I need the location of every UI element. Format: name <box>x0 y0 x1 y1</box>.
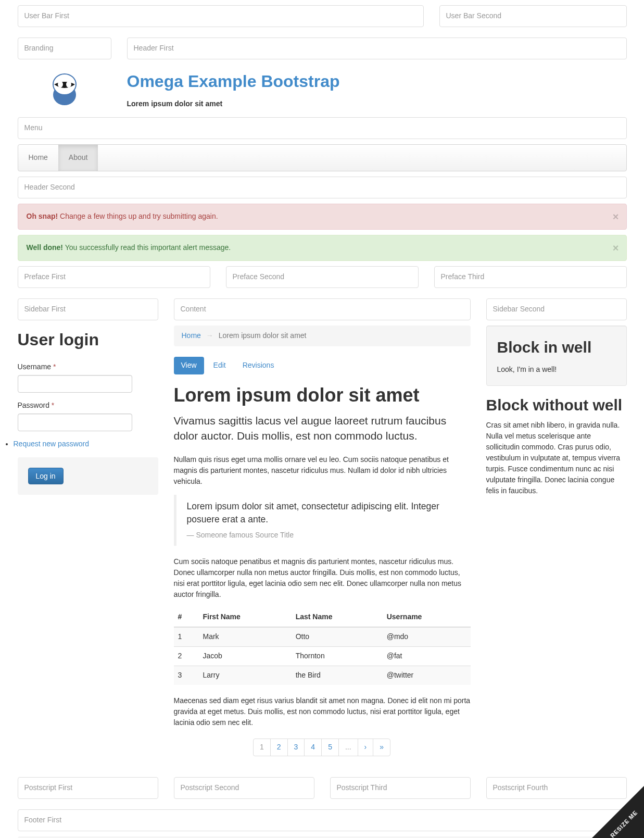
password-label: Password * <box>18 401 158 411</box>
breadcrumb-home[interactable]: Home <box>182 331 201 340</box>
region-user-bar-second: User Bar Second <box>439 5 627 27</box>
page-last[interactable]: » <box>373 739 390 756</box>
nav-home[interactable]: Home <box>18 145 58 171</box>
local-tabs: View Edit Revisions <box>174 357 471 374</box>
article-p2: Cum sociis natoque penatibus et magnis d… <box>174 556 471 600</box>
page-next[interactable]: › <box>358 739 374 756</box>
svg-point-2 <box>58 81 63 87</box>
breadcrumb-sep: → <box>206 331 213 340</box>
region-content: Content <box>174 298 471 320</box>
close-icon[interactable]: × <box>613 241 619 256</box>
alert-success-strong: Well done! <box>27 243 64 252</box>
site-slogan: Lorem ipsum dolor sit amet <box>127 99 627 109</box>
breadcrumb-current: Lorem ipsum dolor sit amet <box>219 331 307 340</box>
site-logo[interactable] <box>46 70 83 106</box>
region-preface-second: Preface Second <box>226 266 419 288</box>
page-dots: ... <box>338 739 358 756</box>
region-postscript-first: Postscript First <box>18 777 158 799</box>
region-menu: Menu <box>18 117 627 139</box>
th-first: First Name <box>198 608 291 627</box>
alert-error: Oh snap! Change a few things up and try … <box>18 204 627 230</box>
request-password-link[interactable]: Request new password <box>14 440 90 448</box>
table-row: 1 Mark Otto @mdo <box>174 627 471 646</box>
blockquote-cite: Someone famous Source Title <box>187 530 460 541</box>
region-footer-first: Footer First <box>18 809 627 831</box>
region-sidebar-second: Sidebar Second <box>486 298 627 320</box>
well-block-text: Look, I'm in a well! <box>497 365 616 375</box>
tab-revisions[interactable]: Revisions <box>235 357 282 374</box>
tab-edit[interactable]: Edit <box>206 357 233 374</box>
blockquote: Lorem ipsum dolor sit amet, consectetur … <box>174 495 471 546</box>
nav-about[interactable]: About <box>58 145 98 171</box>
region-preface-first: Preface First <box>18 266 210 288</box>
site-name-link[interactable]: Omega Example Bootstrap <box>127 70 340 94</box>
page-3[interactable]: 3 <box>287 739 305 756</box>
region-header-second: Header Second <box>18 177 627 198</box>
page-1: 1 <box>253 739 271 756</box>
region-user-bar-first: User Bar First <box>18 5 424 27</box>
th-num: # <box>174 608 199 627</box>
plain-block: Block without well Cras sit amet nibh li… <box>486 396 627 496</box>
data-table: # First Name Last Name Username 1 Mark O… <box>174 608 471 685</box>
well-block-title: Block in well <box>497 336 616 359</box>
main-nav: Home About <box>18 144 627 171</box>
breadcrumb: Home → Lorem ipsum dolor sit amet <box>174 326 471 346</box>
username-label: Username * <box>18 362 158 372</box>
article-p1: Nullam quis risus eget urna mollis ornar… <box>174 454 471 487</box>
region-postscript-third: Postscript Third <box>330 777 471 799</box>
blockquote-text: Lorem ipsum dolor sit amet, consectetur … <box>187 500 460 526</box>
alert-error-strong: Oh snap! <box>27 212 58 220</box>
svg-point-3 <box>66 81 71 87</box>
alert-success-text: You successfully read this important ale… <box>63 243 231 252</box>
page-2[interactable]: 2 <box>270 739 288 756</box>
plain-block-title: Block without well <box>486 396 627 414</box>
region-header-first: Header First <box>127 37 627 59</box>
article-p3: Maecenas sed diam eget risus varius blan… <box>174 695 471 728</box>
well-block: Block in well Look, I'm in a well! <box>486 326 627 386</box>
pagination: 1 2 3 4 5 ... › » <box>174 739 471 756</box>
region-sidebar-first: Sidebar First <box>18 298 158 320</box>
alert-success: Well done! You successfully read this im… <box>18 235 627 261</box>
th-last: Last Name <box>292 608 383 627</box>
plain-block-text: Cras sit amet nibh libero, in gravida nu… <box>486 420 627 496</box>
region-postscript-second: Postscript Second <box>174 777 314 799</box>
username-field[interactable] <box>18 375 132 393</box>
page-title: Lorem ipsum dolor sit amet <box>174 385 471 406</box>
region-preface-third: Preface Third <box>434 266 627 288</box>
table-row: 2 Jacob Thornton @fat <box>174 646 471 666</box>
page-5[interactable]: 5 <box>321 739 339 756</box>
region-branding: Branding <box>18 37 111 59</box>
alert-error-text: Change a few things up and try submittin… <box>58 212 218 220</box>
user-login-title: User login <box>18 328 158 352</box>
close-icon[interactable]: × <box>613 209 619 224</box>
th-user: Username <box>383 608 471 627</box>
table-row: 3 Larry the Bird @twitter <box>174 666 471 684</box>
login-button[interactable]: Log in <box>28 468 64 484</box>
tab-view[interactable]: View <box>174 357 204 374</box>
password-field[interactable] <box>18 414 132 431</box>
article-lead: Vivamus sagittis lacus vel augue laoreet… <box>174 413 471 444</box>
page-4[interactable]: 4 <box>304 739 322 756</box>
